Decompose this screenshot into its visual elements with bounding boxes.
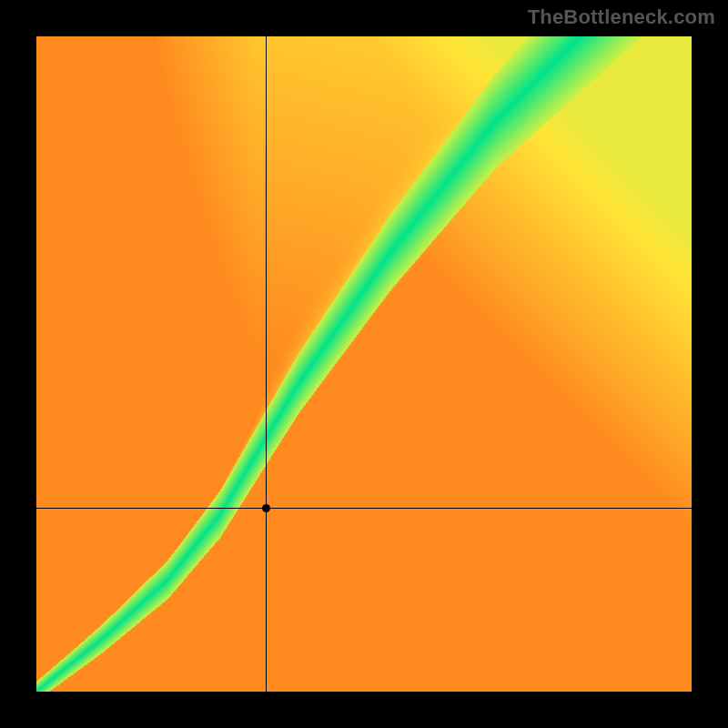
crosshair-vertical: [266, 36, 267, 692]
heatmap-canvas: [36, 36, 692, 692]
chart-frame: TheBottleneck.com: [0, 0, 728, 728]
selected-point: [262, 504, 270, 512]
heatmap-plot: [36, 36, 692, 692]
crosshair-horizontal: [36, 508, 692, 509]
watermark-text: TheBottleneck.com: [528, 5, 715, 29]
